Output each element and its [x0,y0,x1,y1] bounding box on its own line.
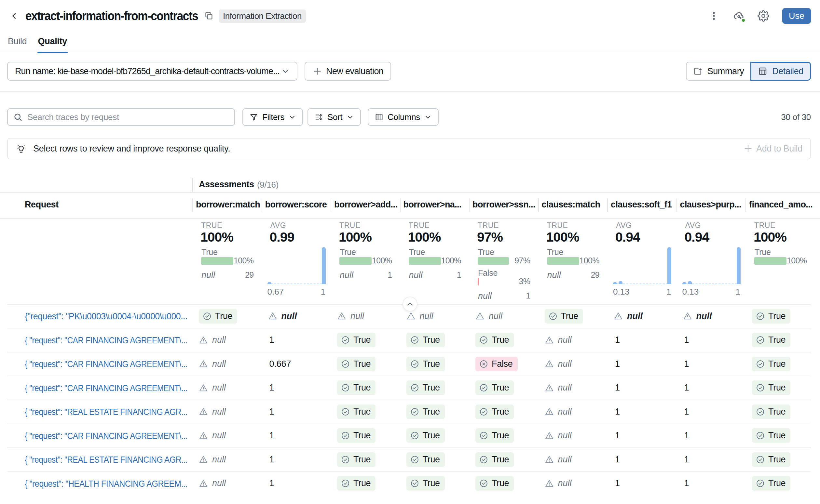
tab-build[interactable]: Build [7,34,28,51]
null-value: null [683,311,712,321]
run-select-value: Run name: kie-base-model-bfb7265d_archik… [15,66,279,76]
pill-label: True [423,455,440,465]
request-link[interactable]: { "request": "CAR FINANCING AGREEMENT\..… [25,383,187,393]
assessment-cell: True [752,376,815,400]
check-circle-icon [410,479,419,488]
filters-button[interactable]: Filters [242,108,303,126]
copy-icon [204,11,214,21]
run-select[interactable]: Run name: kie-base-model-bfb7265d_archik… [7,62,297,81]
settings-button[interactable] [758,10,769,22]
assessment-cell: True [406,352,469,376]
view-toggle-summary[interactable]: Summary [686,62,750,81]
assessment-cell: True [476,400,538,424]
group-divider-tick [192,178,193,192]
check-circle-icon [203,312,211,321]
warning-triangle-icon [476,312,485,321]
histogram-min-label: 0.13 [613,287,630,297]
null-text: null [212,335,226,345]
value-pill-true: True [476,428,514,443]
value-pill-true: True [406,333,445,347]
column-header[interactable]: clauses:match [542,200,606,210]
distribution-bar-label: True [409,247,425,257]
value-pill-true: True [476,405,514,419]
assessment-cell: 1 [614,424,677,448]
distribution-bar [478,257,509,265]
score-histogram: 0.131 [682,246,741,284]
distribution-bar-value: 97% [515,256,530,265]
new-evaluation-button[interactable]: New evaluation [304,62,391,81]
overflow-menu-button[interactable] [708,10,720,22]
assessment-cell: 1 [268,328,331,352]
assessment-cell: null [199,352,262,376]
histogram-max-label: 1 [736,287,740,297]
aggregation-value: 100% [408,230,441,245]
request-link[interactable]: { "request": "CAR FINANCING AGREEMENT\..… [25,431,187,441]
column-header[interactable]: borrower>add... [334,200,398,210]
endpoint-status-button[interactable] [733,10,745,22]
search-input[interactable] [27,112,229,122]
column-header[interactable]: borrower>na... [403,200,468,210]
histogram-bar [267,282,271,284]
assessment-cell: 1 [614,400,677,424]
chevron-up-icon [406,300,414,308]
column-header[interactable]: clauses>purp... [680,200,744,210]
pill-label: True [768,311,786,321]
histogram-baseline [267,284,326,284]
warning-triangle-icon [545,359,554,368]
category-badge: Information Extraction [219,9,306,23]
view-toggle-detailed[interactable]: Detailed [750,62,811,81]
pill-label: True [423,383,440,393]
assessment-cell: True [752,400,815,424]
assessment-cell: True [476,471,538,496]
request-link[interactable]: {"request": "PK\u0003\u0004-\u0000\u000.… [25,311,187,322]
collapse-summaries-button[interactable] [402,297,418,312]
value-pill-true: True [406,452,445,467]
warning-triangle-icon [545,336,554,345]
tab-bar-divider [0,51,820,51]
warning-triangle-icon [337,312,346,321]
back-button[interactable] [7,9,21,23]
null-value: null [199,383,226,393]
aggregation-type-label: TRUE [339,221,360,230]
column-header[interactable]: borrower>ssn... [473,200,537,210]
check-circle-icon [756,383,765,392]
null-value: null [199,335,226,345]
null-text: null [696,311,712,321]
column-header[interactable]: clauses:soft_f1 [611,200,675,210]
columns-button[interactable]: Columns [368,108,439,126]
assessment-cell: True [337,471,400,496]
request-link[interactable]: { "request": "REAL ESTATE FINANCING AGR.… [25,455,187,465]
request-link[interactable]: { "request": "CAR FINANCING AGREEMENT\..… [25,335,187,346]
request-link[interactable]: { "request": "HEALTH FINANCING AGREEM... [25,479,187,489]
plus-icon [743,144,753,153]
null-count-value: 1 [457,270,461,280]
pill-label: True [423,478,440,488]
value-pill-false: False [476,357,518,371]
copy-title-button[interactable] [202,9,215,22]
assessment-cell: True [476,328,538,352]
tab-quality[interactable]: Quality [37,34,68,51]
aggregation-value: 100% [339,230,371,245]
request-link[interactable]: { "request": "REAL ESTATE FINANCING AGR.… [25,407,187,417]
assessment-cell: True [752,471,815,496]
column-header[interactable]: borrower:score [265,200,329,210]
use-button[interactable]: Use [782,8,811,24]
numeric-value: 1 [684,359,689,369]
assessment-cell: True [752,352,815,376]
null-text: null [558,407,572,417]
histogram-max-label: 1 [666,287,671,297]
sort-button[interactable]: Sort [307,108,361,126]
column-header[interactable]: borrower:match [196,200,260,210]
null-value: null [545,383,572,393]
value-pill-true: True [406,476,445,491]
pill-label: True [492,407,509,417]
new-evaluation-label: New evaluation [326,66,383,76]
check-circle-icon [410,407,419,416]
null-value: null [199,431,226,441]
column-header[interactable]: financed_amo... [749,200,813,210]
pill-label: True [492,335,509,345]
add-to-build-button[interactable]: Add to Build [743,144,802,154]
evaluation-toolbar: Run name: kie-base-model-bfb7265d_archik… [7,62,811,81]
check-circle-icon [410,431,419,440]
request-link[interactable]: { "request": "CAR FINANCING AGREEMENT\..… [25,359,187,369]
